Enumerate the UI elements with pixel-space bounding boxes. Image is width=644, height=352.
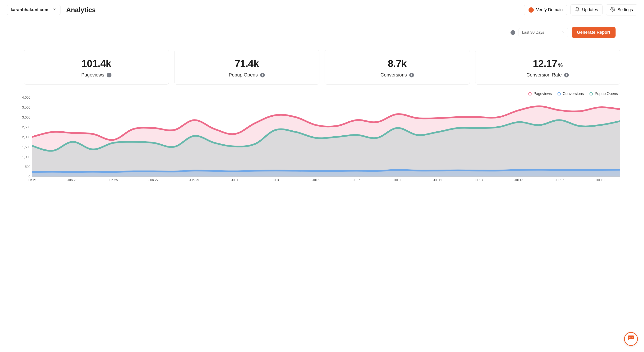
legend-label: Pageviews: [534, 92, 552, 96]
topbar-right: i Verify Domain Updates Settings: [524, 4, 637, 16]
stat-card-conversion-rate: 12.17% Conversion Rate i: [475, 50, 620, 85]
page-title: Analytics: [66, 6, 96, 14]
domain-selector[interactable]: karanbhakuni.com: [7, 5, 60, 15]
x-tick-label: Jul 5: [312, 178, 320, 182]
domain-selector-label: karanbhakuni.com: [11, 7, 48, 12]
y-tick-label: 2,000: [19, 135, 30, 139]
topbar-left: karanbhakuni.com Analytics: [7, 5, 96, 15]
info-icon[interactable]: i: [510, 30, 515, 35]
stat-value: 71.4k: [177, 58, 317, 69]
verify-domain-button[interactable]: i Verify Domain: [524, 5, 567, 15]
gear-icon: [610, 7, 615, 13]
stat-card-popup-opens: 71.4k Popup Opens i: [174, 50, 320, 85]
stats-row: 101.4k Pageviews i 71.4k Popup Opens i 8…: [0, 38, 644, 89]
y-tick-label: 2,500: [19, 125, 30, 129]
info-icon[interactable]: i: [107, 73, 112, 77]
settings-button[interactable]: Settings: [606, 4, 637, 16]
chevron-down-icon: [53, 7, 56, 12]
x-tick-label: Jul 3: [272, 178, 279, 182]
x-tick-label: Jul 19: [596, 178, 604, 182]
verify-domain-label: Verify Domain: [536, 7, 563, 12]
generate-report-button[interactable]: Generate Report: [572, 27, 616, 38]
info-icon[interactable]: i: [564, 73, 569, 77]
stat-label: Conversion Rate: [526, 72, 562, 78]
alert-icon: i: [528, 7, 534, 13]
x-tick-label: Jun 25: [108, 178, 118, 182]
x-tick-label: Jun 27: [148, 178, 158, 182]
bell-icon: [575, 7, 580, 13]
legend-item-popup-opens[interactable]: Popup Opens: [590, 92, 618, 96]
x-tick-label: Jun 23: [67, 178, 77, 182]
chart-svg: [32, 97, 620, 177]
chart-section: Pageviews Conversions Popup Opens 05001,…: [0, 89, 644, 190]
stat-label: Conversions: [380, 72, 407, 78]
x-tick-label: Jul 11: [433, 178, 442, 182]
x-tick-label: Jul 7: [353, 178, 360, 182]
x-tick-label: Jun 21: [27, 178, 37, 182]
legend-swatch-icon: [558, 92, 561, 95]
updates-button[interactable]: Updates: [570, 4, 602, 16]
svg-point-1: [630, 337, 630, 338]
x-tick-label: Jul 13: [474, 178, 482, 182]
stat-value-unit: %: [558, 62, 563, 68]
controls-row: i Last 30 Days Generate Report: [0, 20, 644, 38]
info-icon[interactable]: i: [260, 73, 265, 77]
settings-label: Settings: [618, 7, 633, 12]
stat-value: 12.17%: [478, 58, 618, 69]
x-tick-label: Jun 29: [189, 178, 199, 182]
x-tick-label: Jul 9: [394, 178, 401, 182]
legend-item-pageviews[interactable]: Pageviews: [528, 92, 552, 96]
stat-label: Pageviews: [81, 72, 104, 78]
legend-label: Popup Opens: [595, 92, 618, 96]
legend-swatch-icon: [590, 92, 593, 95]
chart-area: 05001,0001,5002,0002,5003,0003,5004,000 …: [19, 97, 620, 183]
date-range-select[interactable]: Last 30 Days: [518, 28, 568, 37]
y-tick-label: 500: [19, 165, 30, 169]
svg-point-2: [631, 337, 632, 338]
updates-label: Updates: [582, 7, 598, 12]
chart-legend: Pageviews Conversions Popup Opens: [19, 92, 620, 96]
svg-point-3: [632, 337, 632, 338]
x-tick-label: Jul 15: [514, 178, 523, 182]
info-icon[interactable]: i: [409, 73, 414, 77]
stat-label: Popup Opens: [229, 72, 258, 78]
stat-value: 8.7k: [327, 58, 467, 69]
x-tick-label: Jul 17: [555, 178, 564, 182]
x-tick-label: Jul 1: [231, 178, 238, 182]
stat-card-pageviews: 101.4k Pageviews i: [24, 50, 169, 85]
y-tick-label: 3,000: [19, 115, 30, 119]
topbar: karanbhakuni.com Analytics i Verify Doma…: [0, 0, 644, 20]
stat-value-number: 12.17: [533, 58, 557, 69]
y-tick-label: 3,500: [19, 105, 30, 109]
y-tick-label: 1,000: [19, 155, 30, 159]
svg-point-0: [612, 9, 613, 10]
chat-fab[interactable]: [624, 332, 638, 346]
legend-item-conversions[interactable]: Conversions: [558, 92, 584, 96]
stat-card-conversions: 8.7k Conversions i: [324, 50, 470, 85]
chart-x-axis: Jun 21Jun 23Jun 25Jun 27Jun 29Jul 1Jul 3…: [32, 178, 620, 183]
y-tick-label: 1,500: [19, 145, 30, 149]
y-tick-label: 4,000: [19, 95, 30, 99]
chat-icon: [628, 335, 634, 343]
legend-label: Conversions: [563, 92, 584, 96]
stat-value: 101.4k: [26, 58, 166, 69]
chevron-down-icon: [562, 30, 565, 35]
legend-swatch-icon: [528, 92, 532, 95]
date-range-selected: Last 30 Days: [522, 30, 544, 35]
chart-plot: [32, 97, 620, 177]
chart-y-axis: 05001,0001,5002,0002,5003,0003,5004,000: [19, 97, 32, 177]
